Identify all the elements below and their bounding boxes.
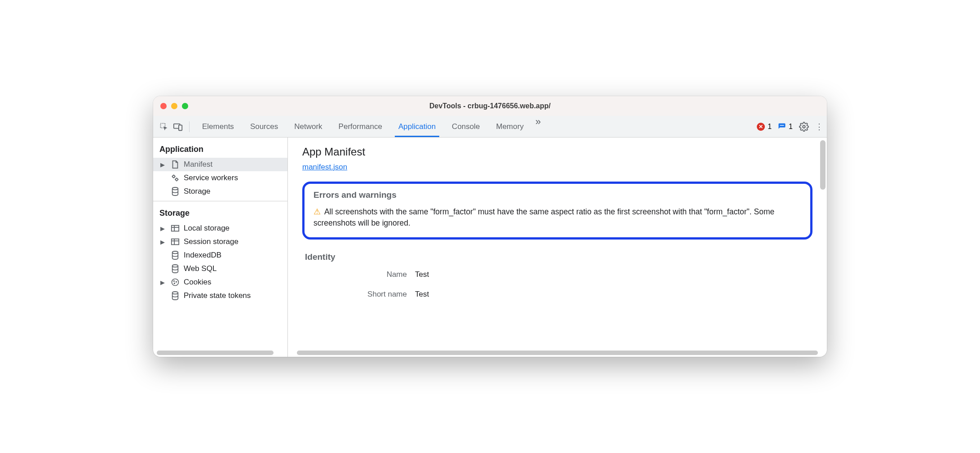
tab-application[interactable]: Application	[390, 116, 444, 137]
titlebar: DevTools - crbug-1476656.web.app/	[153, 96, 827, 116]
panel-tabs: Elements Sources Network Performance App…	[194, 116, 544, 137]
errors-warnings-callout: Errors and warnings ⚠ All screenshots wi…	[302, 182, 812, 240]
expand-icon: ▶	[160, 225, 167, 232]
errors-badge[interactable]: ✕ 1	[757, 123, 772, 131]
svg-point-12	[172, 279, 179, 286]
sidebar: Application ▶ Manifest ▶ Service workers…	[153, 138, 288, 357]
toolbar-right: ✕ 1 1 ⋮	[757, 122, 822, 132]
svg-point-15	[174, 283, 175, 284]
database-icon	[170, 291, 180, 300]
page-heading: App Manifest	[302, 146, 812, 158]
identity-name-value: Test	[415, 270, 429, 279]
errors-count: 1	[768, 123, 772, 131]
toolbar-separator	[189, 121, 190, 132]
database-icon	[170, 264, 180, 273]
svg-rect-9	[172, 239, 179, 245]
sidebar-item-local-storage[interactable]: ▶ Local storage	[153, 222, 287, 235]
expand-icon: ▶	[160, 161, 167, 168]
sidebar-item-indexeddb[interactable]: ▶ IndexedDB	[153, 249, 287, 262]
svg-point-10	[172, 251, 178, 253]
warning-message: ⚠ All screenshots with the same "form_fa…	[313, 206, 801, 229]
svg-rect-3	[780, 125, 784, 126]
tab-network[interactable]: Network	[286, 116, 330, 137]
sidebar-item-label: Service workers	[184, 173, 238, 182]
tab-elements[interactable]: Elements	[194, 116, 242, 137]
sidebar-item-service-workers[interactable]: ▶ Service workers	[153, 171, 287, 185]
window-title: DevTools - crbug-1476656.web.app/	[153, 102, 827, 110]
tab-performance[interactable]: Performance	[331, 116, 390, 137]
toolbar: Elements Sources Network Performance App…	[153, 116, 827, 138]
svg-point-5	[172, 175, 175, 178]
close-window-button[interactable]	[160, 103, 167, 109]
svg-point-6	[176, 178, 178, 181]
sidebar-horizontal-scrollbar[interactable]	[157, 351, 274, 355]
expand-icon: ▶	[160, 279, 167, 286]
traffic-lights	[160, 103, 188, 109]
sidebar-item-manifest[interactable]: ▶ Manifest	[153, 158, 287, 171]
error-icon: ✕	[757, 123, 765, 131]
table-icon	[170, 238, 180, 246]
svg-point-13	[174, 281, 175, 282]
expand-icon: ▶	[160, 239, 167, 245]
identity-shortname-value: Test	[415, 290, 429, 299]
sidebar-item-session-storage[interactable]: ▶ Session storage	[153, 235, 287, 249]
tab-sources[interactable]: Sources	[242, 116, 286, 137]
main-vertical-scrollbar[interactable]	[819, 138, 827, 357]
more-menu-icon[interactable]: ⋮	[815, 122, 822, 132]
identity-section: Identity Name Test Short name Test	[302, 252, 812, 299]
sidebar-item-cookies[interactable]: ▶ Cookies	[153, 275, 287, 289]
issues-badge[interactable]: 1	[778, 123, 793, 131]
devtools-window: DevTools - crbug-1476656.web.app/ Elemen…	[153, 96, 827, 357]
sidebar-section-application: Application	[153, 140, 287, 158]
maximize-window-button[interactable]	[182, 103, 188, 109]
errors-warnings-heading: Errors and warnings	[313, 190, 801, 200]
database-icon	[170, 187, 180, 196]
sidebar-divider	[153, 201, 287, 201]
identity-row-name: Name Test	[305, 270, 812, 279]
svg-point-7	[172, 187, 178, 190]
database-icon	[170, 251, 180, 260]
tab-console[interactable]: Console	[444, 116, 488, 137]
gears-icon	[170, 173, 180, 182]
content-area: Application ▶ Manifest ▶ Service workers…	[153, 138, 827, 357]
warning-icon: ⚠	[313, 207, 321, 216]
sidebar-item-label: IndexedDB	[184, 251, 221, 260]
tabs-overflow-icon[interactable]: »	[532, 116, 544, 137]
settings-icon[interactable]	[799, 122, 809, 132]
tab-memory[interactable]: Memory	[488, 116, 531, 137]
issue-icon	[778, 123, 786, 131]
sidebar-item-label: Session storage	[184, 237, 238, 246]
main-panel: App Manifest manifest.json Errors and wa…	[288, 138, 827, 357]
svg-rect-2	[179, 125, 182, 130]
device-toolbar-icon[interactable]	[172, 120, 185, 133]
scrollbar-thumb[interactable]	[820, 140, 825, 190]
svg-rect-8	[172, 226, 179, 231]
identity-shortname-label: Short name	[305, 290, 415, 299]
warning-text: All screenshots with the same "form_fact…	[313, 207, 774, 227]
svg-point-4	[803, 125, 805, 128]
sidebar-item-label: Manifest	[184, 160, 212, 169]
sidebar-item-private-state-tokens[interactable]: ▶ Private state tokens	[153, 289, 287, 302]
svg-point-16	[172, 292, 178, 294]
manifest-link[interactable]: manifest.json	[302, 163, 347, 171]
main-horizontal-scrollbar[interactable]	[297, 351, 818, 355]
identity-heading: Identity	[305, 252, 812, 262]
table-icon	[170, 224, 180, 232]
inspect-element-icon[interactable]	[158, 120, 170, 133]
sidebar-item-label: Cookies	[184, 278, 211, 287]
sidebar-section-storage: Storage	[153, 204, 287, 222]
identity-row-shortname: Short name Test	[305, 290, 812, 299]
svg-point-11	[172, 265, 178, 267]
cookie-icon	[170, 278, 180, 287]
file-icon	[170, 160, 180, 169]
identity-name-label: Name	[305, 270, 415, 279]
sidebar-item-label: Local storage	[184, 224, 230, 233]
sidebar-item-websql[interactable]: ▶ Web SQL	[153, 262, 287, 275]
sidebar-item-label: Private state tokens	[184, 291, 251, 300]
issues-count: 1	[789, 123, 793, 131]
sidebar-item-label: Web SQL	[184, 264, 216, 273]
svg-point-14	[176, 281, 177, 282]
sidebar-item-label: Storage	[184, 187, 211, 196]
minimize-window-button[interactable]	[171, 103, 177, 109]
sidebar-item-storage-overview[interactable]: ▶ Storage	[153, 185, 287, 198]
